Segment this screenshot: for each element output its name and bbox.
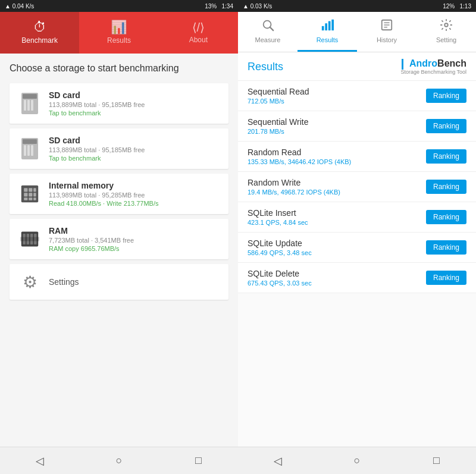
svg-rect-13	[33, 188, 36, 192]
back-button-right[interactable]: ◁	[266, 449, 290, 473]
ranking-btn-sqlite-update[interactable]: Ranking	[426, 240, 466, 255]
result-row-rand-write: Random Write 19.4 MB/s, 4968.72 IOPS (4K…	[238, 172, 476, 202]
tab-setting-label: Setting	[436, 36, 456, 43]
sd-card-icon-1	[19, 93, 40, 114]
ranking-btn-rand-read[interactable]: Ranking	[426, 149, 466, 164]
settings-label: Settings	[49, 277, 79, 287]
result-name-seq-read: Sequential Read	[248, 87, 426, 96]
ranking-btn-sqlite-delete[interactable]: Ranking	[426, 271, 466, 285]
settings-item[interactable]: ⚙ Settings	[10, 264, 228, 300]
tab-results-right-label: Results	[317, 36, 339, 43]
sd-card-action-2: Tap to benchmark	[49, 155, 219, 162]
storage-item-internal[interactable]: Internal memory 113,989MB total · 95,285…	[10, 174, 228, 214]
measure-icon	[261, 18, 274, 34]
results-header: Results AndroBench Storage Benchmarking …	[238, 52, 476, 81]
right-tab-bar: Measure Results	[238, 12, 476, 52]
svg-rect-28	[322, 26, 324, 30]
status-bar-left: ▲ 0.04 K/s 13% 1:34	[0, 0, 238, 12]
svg-rect-31	[331, 20, 334, 30]
ram-icon	[19, 228, 40, 250]
tab-measure-label: Measure	[255, 36, 281, 43]
tab-results-left-label: Results	[107, 36, 131, 45]
ranking-btn-sqlite-insert[interactable]: Ranking	[426, 210, 466, 224]
right-panel: ▲ 0.03 K/s 12% 1:13 Measure	[238, 0, 476, 474]
result-row-rand-read: Random Read 135.33 MB/s, 34646.42 IOPS (…	[238, 142, 476, 172]
tab-results-left[interactable]: 📊 Results	[79, 12, 158, 54]
result-row-seq-read: Sequential Read 712.05 MB/s Ranking	[238, 81, 476, 111]
ranking-btn-seq-read[interactable]: Ranking	[426, 89, 466, 103]
result-row-sqlite-update: SQLite Update 586.49 QPS, 3.48 sec Ranki…	[238, 233, 476, 263]
tab-measure[interactable]: Measure	[238, 12, 298, 52]
tab-results-right[interactable]: Results	[298, 12, 357, 52]
sd-card-icon-2	[19, 138, 40, 159]
svg-rect-19	[33, 197, 36, 200]
home-button-left[interactable]: ○	[107, 449, 131, 473]
result-info-rand-read: Random Read 135.33 MB/s, 34646.42 IOPS (…	[248, 147, 426, 165]
back-button-left[interactable]: ◁	[28, 449, 52, 473]
svg-rect-11	[24, 188, 27, 192]
storage-item-ram[interactable]: RAM 7,723MB total · 3,541MB free RAM cop…	[10, 219, 228, 259]
sd-card-details-1: 113,889MB total · 95,185MB free	[49, 101, 219, 108]
tab-about-label: About	[189, 36, 208, 44]
result-name-seq-write: Sequential Write	[248, 117, 426, 127]
sd-card-details-2: 113,889MB total · 95,185MB free	[49, 146, 219, 153]
recent-button-left[interactable]: □	[186, 449, 210, 473]
tab-history-label: History	[377, 36, 397, 43]
svg-rect-12	[29, 188, 32, 192]
status-left-time: 1:34	[222, 3, 233, 10]
tab-about[interactable]: ⟨/⟩ About	[159, 12, 238, 54]
result-name-sqlite-delete: SQLite Delete	[248, 269, 426, 278]
result-info-sqlite-delete: SQLite Delete 675.43 QPS, 3.03 sec	[248, 269, 426, 287]
setting-icon	[440, 18, 453, 34]
status-left-battery: 13%	[205, 3, 217, 10]
results-icon-left: 📊	[111, 21, 127, 34]
internal-memory-speed: Read 418.00MB/s · Write 213.77MB/s	[49, 200, 219, 207]
storage-item-sd2[interactable]: SD card 113,889MB total · 95,185MB free …	[10, 128, 228, 169]
right-content: Results AndroBench Storage Benchmarking …	[238, 52, 476, 447]
status-right-battery: 12%	[443, 3, 455, 10]
result-name-rand-read: Random Read	[248, 147, 426, 157]
recent-button-right[interactable]: □	[424, 449, 448, 473]
sd-card-action-1: Tap to benchmark	[49, 109, 219, 117]
status-right-info: 12% 1:13	[443, 3, 471, 10]
result-value-seq-read: 712.05 MB/s	[248, 98, 426, 105]
status-right-network: ▲ 0.03 K/s	[243, 3, 272, 10]
result-name-sqlite-update: SQLite Update	[248, 238, 426, 248]
result-row-seq-write: Sequential Write 201.78 MB/s Ranking	[238, 111, 476, 142]
svg-rect-8	[27, 145, 30, 156]
tab-history[interactable]: History	[357, 12, 416, 52]
svg-rect-6	[23, 139, 37, 144]
nav-bar-left: ◁ ○ □	[0, 447, 238, 474]
result-value-seq-write: 201.78 MB/s	[248, 128, 426, 135]
settings-icon: ⚙	[19, 271, 40, 293]
svg-rect-14	[24, 193, 27, 196]
home-button-right[interactable]: ○	[345, 449, 369, 473]
result-info-sqlite-insert: SQLite Insert 423.1 QPS, 4.84 sec	[248, 208, 426, 226]
tab-benchmark-label: Benchmark	[21, 36, 58, 45]
tab-benchmark[interactable]: ⏱ Benchmark	[0, 12, 79, 54]
result-name-rand-write: Random Write	[248, 178, 426, 187]
status-bar-right: ▲ 0.03 K/s 12% 1:13	[238, 0, 476, 12]
logo-sub: Storage Benchmarking Tool	[401, 70, 466, 76]
ranking-btn-seq-write[interactable]: Ranking	[426, 119, 466, 133]
benchmark-title: Choose a storage to start benchmarking	[10, 63, 228, 74]
svg-rect-18	[29, 197, 32, 200]
result-value-rand-read: 135.33 MB/s, 34646.42 IOPS (4KB)	[248, 158, 426, 165]
svg-rect-1	[23, 94, 37, 99]
storage-item-sd1[interactable]: SD card 113,889MB total · 95,185MB free …	[10, 83, 228, 124]
about-icon: ⟨/⟩	[192, 21, 205, 33]
result-value-sqlite-delete: 675.43 QPS, 3.03 sec	[248, 280, 426, 287]
result-value-sqlite-update: 586.49 QPS, 3.48 sec	[248, 249, 426, 256]
status-right-time: 1:13	[460, 3, 471, 10]
ram-info: RAM 7,723MB total · 3,541MB free RAM cop…	[49, 226, 219, 252]
svg-rect-9	[31, 145, 33, 156]
status-left-network: ▲ 0.04 K/s	[5, 3, 34, 10]
tab-setting[interactable]: Setting	[416, 12, 476, 52]
result-value-sqlite-insert: 423.1 QPS, 4.84 sec	[248, 219, 426, 226]
svg-rect-2	[24, 100, 26, 111]
svg-rect-30	[328, 21, 331, 31]
ram-details: 7,723MB total · 3,541MB free	[49, 237, 219, 244]
svg-rect-15	[29, 193, 32, 196]
svg-rect-29	[325, 23, 327, 30]
ranking-btn-rand-write[interactable]: Ranking	[426, 180, 466, 194]
